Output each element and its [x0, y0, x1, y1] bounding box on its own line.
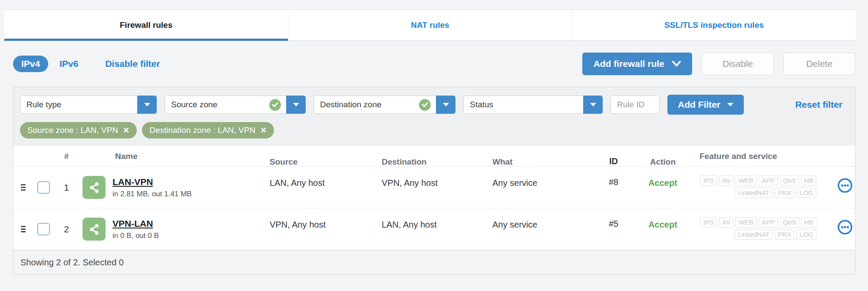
reset-filter-link[interactable]: Reset filter — [795, 99, 842, 110]
chip-close-icon[interactable]: ✕ — [123, 126, 129, 134]
badge-av: AV — [719, 175, 733, 186]
row-checkbox[interactable] — [37, 181, 50, 194]
badge-web: WEB — [736, 175, 756, 186]
badge-hb: HB — [801, 175, 816, 186]
tab-label: NAT rules — [411, 20, 449, 30]
header-number: # — [54, 152, 79, 161]
dropdown-label: Rule type — [26, 100, 61, 109]
tab-label: SSL/TLS inspection rules — [664, 20, 764, 30]
badge-ips: IPS — [700, 217, 717, 228]
dropdown-arrow-icon[interactable] — [436, 96, 455, 114]
rule-type-share-icon[interactable] — [83, 176, 106, 199]
tab-bar: Firewall rules NAT rules SSL/TLS inspect… — [4, 10, 856, 41]
filter-section: Rule type Source zone Destination zone — [13, 87, 855, 146]
rule-traffic: in 0 B, out 0 B — [112, 231, 159, 240]
header-source: Source — [268, 146, 382, 167]
chevron-down-icon — [672, 61, 681, 67]
badge-av: AV — [719, 217, 733, 228]
rule-id: #8 — [594, 167, 634, 208]
rule-what: Any service — [492, 167, 594, 208]
row-number: 2 — [54, 208, 79, 250]
filter-applied-check-icon — [269, 99, 281, 111]
tab-label: Firewall rules — [120, 20, 172, 30]
tab-ssl-tls-inspection-rules[interactable]: SSL/TLS inspection rules — [572, 10, 856, 40]
row-menu-ellipsis-icon[interactable] — [837, 178, 853, 193]
row-number: 1 — [54, 167, 79, 208]
ipv6-toggle[interactable]: IPv6 — [59, 59, 78, 69]
rule-source: VPN, Any host — [268, 208, 382, 250]
header-action: Action — [634, 146, 692, 167]
dropdown-arrow-icon[interactable] — [583, 96, 603, 114]
filter-dropdown-source-zone[interactable]: Source zone — [165, 96, 306, 114]
badge-prx: PRX — [775, 188, 794, 198]
disable-button[interactable]: Disable — [702, 53, 774, 75]
rule-type-share-icon[interactable] — [83, 218, 106, 241]
filter-chip-source-zone: Source zone : LAN, VPN ✕ — [20, 122, 137, 139]
chip-label: Destination zone : LAN, VPN — [149, 126, 255, 135]
header-destination: Destination — [382, 146, 492, 167]
chip-close-icon[interactable]: ✕ — [260, 126, 267, 134]
rule-name-link[interactable]: VPN-LAN — [112, 218, 159, 229]
table-footer: Showing 2 of 2. Selected 0 — [13, 250, 855, 274]
badge-linkednat: LinkedNAT — [735, 188, 772, 198]
filter-applied-check-icon — [419, 99, 431, 111]
chip-label: Source zone : LAN, VPN — [27, 126, 118, 135]
tab-nat-rules[interactable]: NAT rules — [288, 10, 572, 40]
dropdown-arrow-icon[interactable] — [286, 96, 306, 114]
dropdown-label: Status — [470, 100, 493, 109]
rule-source: LAN, Any host — [268, 167, 382, 208]
filter-chip-destination-zone: Destination zone : LAN, VPN ✕ — [142, 122, 274, 139]
drag-handle[interactable] — [21, 226, 26, 232]
header-what: What — [492, 146, 594, 167]
dropdown-label: Destination zone — [320, 100, 382, 109]
table-header-row: # Name Source Destination What ID Action… — [13, 146, 855, 167]
caret-down-icon — [727, 103, 733, 106]
header-id: ID — [594, 146, 634, 166]
badge-linkednat: LinkedNAT — [735, 229, 772, 240]
active-filter-chips: Source zone : LAN, VPN ✕ Destination zon… — [13, 121, 855, 146]
rules-panel: Rule type Source zone Destination zone — [13, 87, 855, 275]
feature-badges: IPS AV WEB APP QoS HB LinkedNAT PRX LOG — [692, 167, 835, 208]
toolbar: IPv4 IPv6 Disable filter Add firewall ru… — [13, 52, 855, 76]
rule-id-input[interactable] — [611, 96, 660, 114]
rule-destination: LAN, Any host — [382, 208, 492, 250]
rule-action: Accept — [648, 220, 677, 229]
table-row: 1 LAN-VPN in 2.81 MB, out 1.41 MB LAN, A… — [13, 167, 855, 208]
rule-id: #5 — [594, 208, 634, 250]
ipv4-toggle[interactable]: IPv4 — [13, 56, 48, 72]
dropdown-label: Source zone — [171, 100, 218, 109]
add-filter-button[interactable]: Add Filter — [667, 95, 744, 115]
header-name: Name — [79, 152, 268, 161]
rule-destination: VPN, Any host — [382, 167, 492, 208]
disable-filter-link[interactable]: Disable filter — [105, 59, 160, 69]
delete-button[interactable]: Delete — [783, 53, 855, 75]
add-firewall-rule-button[interactable]: Add firewall rule — [582, 53, 692, 75]
tab-firewall-rules[interactable]: Firewall rules — [4, 10, 288, 40]
rule-action: Accept — [648, 178, 677, 188]
badge-app: APP — [759, 175, 778, 186]
rule-name-link[interactable]: LAN-VPN — [112, 177, 191, 187]
row-checkbox[interactable] — [37, 223, 50, 235]
badge-prx: PRX — [775, 229, 794, 240]
rule-traffic: in 2.81 MB, out 1.41 MB — [112, 190, 191, 198]
drag-handle[interactable] — [21, 184, 26, 191]
filter-dropdown-rule-type[interactable]: Rule type — [20, 96, 157, 114]
filter-dropdown-destination-zone[interactable]: Destination zone — [314, 96, 455, 114]
badge-qos: QoS — [780, 217, 799, 228]
badge-web: WEB — [736, 217, 756, 228]
dropdown-arrow-icon[interactable] — [137, 96, 157, 114]
badge-ips: IPS — [700, 175, 717, 186]
badge-qos: QoS — [780, 175, 799, 186]
badge-log: LOG — [796, 188, 816, 198]
filter-dropdown-status[interactable]: Status — [463, 96, 603, 114]
header-feature-and-service: Feature and service — [692, 152, 835, 161]
table-row: 2 VPN-LAN in 0 B, out 0 B VPN, Any host … — [13, 208, 855, 250]
badge-log: LOG — [796, 229, 816, 240]
badge-hb: HB — [801, 217, 816, 228]
add-filter-label: Add Filter — [678, 99, 720, 110]
badge-app: APP — [759, 217, 778, 228]
add-firewall-rule-label: Add firewall rule — [594, 59, 664, 69]
filter-bar: Rule type Source zone Destination zone — [13, 87, 855, 121]
rule-what: Any service — [492, 208, 594, 250]
row-menu-ellipsis-icon[interactable] — [837, 219, 853, 235]
